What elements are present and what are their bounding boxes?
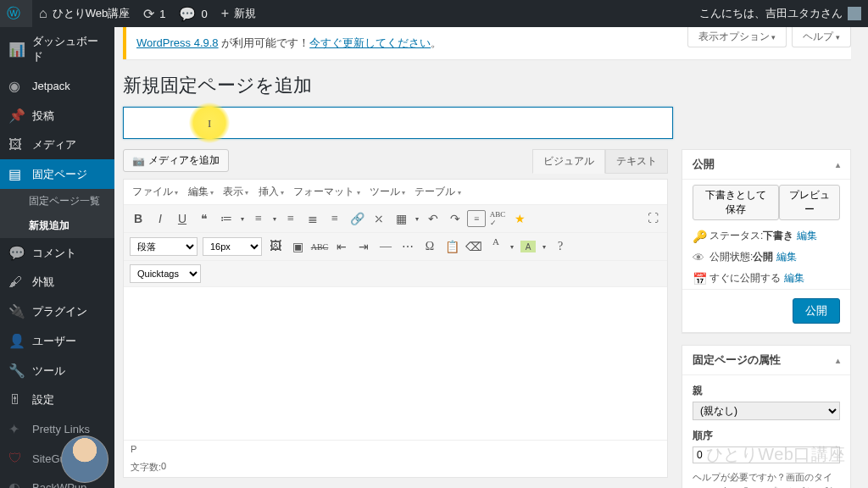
- sidebar-column: 公開▴ 下書きとして保存 プレビュー 🔑ステータス: 下書き編集 👁公開状態: …: [682, 149, 851, 488]
- ul-drop-icon[interactable]: ▾: [238, 208, 247, 229]
- align-center-button[interactable]: ≣: [303, 208, 323, 229]
- sidebar-item-tools[interactable]: 🔧ツール: [0, 356, 114, 385]
- status-value: 下書き: [763, 229, 793, 243]
- edit-visibility-link[interactable]: 編集: [776, 250, 797, 264]
- spellcheck-button[interactable]: ABC✓: [487, 208, 508, 229]
- pastetext-button[interactable]: 📋: [442, 236, 462, 257]
- more-button[interactable]: ⋯: [398, 236, 418, 257]
- sidebar-item-prettylinks[interactable]: ✦Pretty Links: [0, 414, 114, 444]
- submenu-add-new[interactable]: 新規追加: [0, 214, 114, 238]
- parent-select[interactable]: (親なし): [693, 402, 840, 420]
- sidebar-item-posts[interactable]: 📌投稿: [0, 101, 114, 130]
- new-content-link[interactable]: +新規: [214, 0, 263, 27]
- removeformat-button[interactable]: ⌫: [464, 236, 484, 257]
- star-button[interactable]: ★: [509, 208, 530, 229]
- menu-view[interactable]: 表示: [220, 183, 252, 201]
- screen-options-toggle[interactable]: 表示オプション: [687, 27, 787, 47]
- update-now-link[interactable]: 今すぐ更新してください: [309, 36, 431, 49]
- strike-button[interactable]: ABC: [309, 236, 330, 257]
- table-drop-icon[interactable]: ▾: [413, 208, 421, 229]
- toolbar-toggle-button[interactable]: ≡: [467, 210, 486, 227]
- menu-table[interactable]: テーブル: [411, 183, 464, 201]
- bold-button[interactable]: B: [128, 208, 148, 229]
- menu-insert[interactable]: 挿入: [255, 183, 287, 201]
- align-left-button[interactable]: ≡: [281, 208, 301, 229]
- sidebar-item-siteguard[interactable]: 🛡SiteGuard: [0, 444, 114, 473]
- fontsize-select[interactable]: 16px: [203, 237, 262, 256]
- chevron-up-icon[interactable]: ▴: [836, 356, 840, 365]
- submenu-all-pages[interactable]: 固定ページ一覧: [0, 189, 114, 214]
- sidebar-item-settings[interactable]: 🎚設定: [0, 385, 114, 414]
- content-editor[interactable]: [124, 287, 667, 440]
- tab-visual[interactable]: ビジュアル: [532, 149, 605, 174]
- undo-button[interactable]: ↶: [423, 208, 443, 229]
- align-right-button[interactable]: ≡: [325, 208, 345, 229]
- bgcolor-button[interactable]: A: [518, 236, 538, 257]
- tab-text[interactable]: テキスト: [605, 149, 668, 174]
- sidebar-item-comments[interactable]: 💬コメント: [0, 238, 114, 268]
- ol-drop-icon[interactable]: ▾: [270, 208, 279, 229]
- ol-button[interactable]: ≡: [248, 208, 269, 229]
- toolbar-row-2: 段落 16px 🖼 ▣ ABC ⇤ ⇥ — ⋯ Ω 📋 ⌫ A▾ A▾ ?: [124, 233, 667, 261]
- chevron-up-icon[interactable]: ▴: [836, 160, 840, 169]
- edit-schedule-link[interactable]: 編集: [784, 271, 804, 286]
- sidebar-item-backwpup[interactable]: ◐BackWPup: [0, 473, 114, 488]
- indent-button[interactable]: ⇥: [353, 236, 374, 257]
- textcolor-button[interactable]: A: [486, 236, 506, 257]
- updates-link[interactable]: ⟳1: [136, 0, 172, 27]
- wp-logo[interactable]: ⓦ: [0, 0, 32, 27]
- screen-meta: 表示オプション ヘルプ: [687, 27, 851, 47]
- sidebar-item-jetpack[interactable]: ◉Jetpack: [0, 71, 114, 101]
- media-button[interactable]: ▣: [287, 236, 308, 257]
- help-button[interactable]: ?: [550, 236, 570, 257]
- save-draft-button[interactable]: 下書きとして保存: [693, 185, 779, 220]
- menu-tools[interactable]: ツール: [366, 183, 409, 201]
- preview-button[interactable]: プレビュー: [779, 185, 840, 220]
- sidebar-item-appearance[interactable]: 🖌外観: [0, 268, 114, 297]
- blockquote-button[interactable]: ❝: [194, 208, 214, 229]
- menu-format[interactable]: フォーマット: [290, 183, 363, 201]
- sidebar-item-users[interactable]: 👤ユーザー: [0, 326, 114, 356]
- order-label: 順序: [693, 429, 840, 443]
- paragraph-select[interactable]: 段落: [130, 237, 198, 256]
- page-icon: ▤: [8, 166, 25, 182]
- editor-tabs: ビジュアル テキスト: [532, 149, 668, 174]
- menu-file[interactable]: ファイル: [129, 183, 181, 201]
- comments-link[interactable]: 💬0: [172, 0, 214, 27]
- order-input[interactable]: [693, 446, 840, 463]
- visibility-row: 👁公開状態: 公開編集: [682, 247, 850, 268]
- my-account[interactable]: こんにちは、吉田ユタカ さん: [693, 0, 868, 27]
- textcolor-drop-icon[interactable]: ▾: [508, 236, 516, 257]
- italic-button[interactable]: I: [150, 208, 170, 229]
- ul-button[interactable]: ≔: [216, 208, 236, 229]
- sidebar-item-dashboard[interactable]: 📊ダッシュボード: [0, 27, 114, 71]
- user-icon: 👤: [8, 333, 25, 349]
- comments-icon: 💬: [8, 245, 25, 261]
- sidebar-item-pages[interactable]: ▤固定ページ: [0, 159, 114, 189]
- menu-edit[interactable]: 編集: [185, 183, 217, 201]
- bgcolor-drop-icon[interactable]: ▾: [540, 236, 548, 257]
- underline-button[interactable]: U: [172, 208, 192, 229]
- quicktags-select[interactable]: Quicktags: [130, 264, 201, 283]
- sidebar-item-plugins[interactable]: 🔌プラグイン: [0, 297, 114, 326]
- site-name-link[interactable]: ⌂ひとりWeb講座: [32, 0, 136, 27]
- sidebar-item-media[interactable]: 🖾メディア: [0, 130, 114, 159]
- outdent-button[interactable]: ⇤: [331, 236, 352, 257]
- link-button[interactable]: 🔗: [347, 208, 367, 229]
- help-toggle[interactable]: ヘルプ: [792, 27, 851, 47]
- edit-status-link[interactable]: 編集: [797, 229, 817, 243]
- image-button[interactable]: 🖼: [265, 236, 286, 257]
- key-icon: 🔑: [693, 230, 704, 243]
- toolbar-row-3: Quicktags: [124, 261, 667, 287]
- hr-button[interactable]: —: [376, 236, 396, 257]
- table-button[interactable]: ▦: [391, 208, 411, 229]
- unlink-button[interactable]: ⤫: [369, 208, 389, 229]
- publish-button[interactable]: 公開: [793, 298, 840, 324]
- specialchar-button[interactable]: Ω: [420, 236, 440, 257]
- wp-version-link[interactable]: WordPress 4.9.8: [136, 36, 219, 49]
- title-input[interactable]: [123, 107, 673, 139]
- page-title: 新規固定ページを追加: [114, 68, 868, 107]
- redo-button[interactable]: ↷: [445, 208, 465, 229]
- fullscreen-button[interactable]: ⛶: [643, 208, 663, 229]
- add-media-button[interactable]: 📷メディアを追加: [123, 149, 229, 172]
